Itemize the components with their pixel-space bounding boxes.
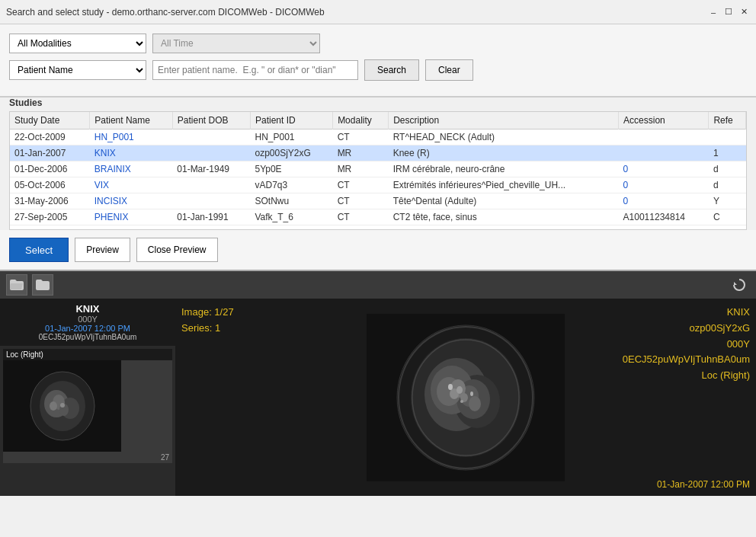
cell-modality: CT <box>333 129 389 145</box>
svg-point-26 <box>460 400 463 403</box>
overlay-br-date: 01-Jan-2007 12:00 PM <box>657 479 750 490</box>
patient-field-select[interactable]: Patient Name <box>9 60 146 80</box>
col-modality: Modality <box>333 112 389 129</box>
studies-section: Studies Study Date Patient Name Patient … <box>0 97 756 230</box>
svg-point-23 <box>456 386 463 394</box>
preview-overlay-tr: KNIX ozp00SjY2xG 000Y 0ECJ52puWpVIjTuhnB… <box>623 305 750 384</box>
svg-point-25 <box>470 392 473 396</box>
col-date: Study Date <box>10 112 90 129</box>
cell-patient-name: VIX <box>90 177 173 193</box>
preview-main: Image: 1/27 Series: 1 KNIX ozp00SjY2xG 0… <box>175 299 756 496</box>
modality-select[interactable]: All Modalities <box>9 34 146 53</box>
overlay-tr-id: ozp00SjY2xG <box>623 321 750 337</box>
minimize-button[interactable]: – <box>707 6 719 18</box>
col-patient-name: Patient Name <box>90 112 173 129</box>
preview-button[interactable]: Preview <box>75 238 130 262</box>
cell-date: 31-May-2006 <box>10 193 90 209</box>
cell-date: 01-Jan-2007 <box>10 145 90 161</box>
cell-description: Tête^Dental (Adulte) <box>389 193 619 209</box>
cell-date: 22-Oct-2009 <box>10 129 90 145</box>
overlay-tr-loc: Loc (Right) <box>623 368 750 384</box>
thumbnail-label: Loc (Right) <box>3 349 172 360</box>
table-row[interactable]: 05-Oct-2006 VIX vAD7q3 CT Extrémités inf… <box>10 177 746 193</box>
cell-modality: CT <box>333 193 389 209</box>
svg-point-20 <box>469 396 481 411</box>
cell-patient-name: KNIX <box>90 145 173 161</box>
close-button[interactable]: ✕ <box>738 6 750 18</box>
folder-button[interactable] <box>32 274 53 296</box>
table-body: 22-Oct-2009 HN_P001 HN_P001 CT RT^HEAD_N… <box>10 129 746 225</box>
patient-search-input[interactable] <box>152 60 358 80</box>
select-button[interactable]: Select <box>9 238 69 262</box>
cell-description: RT^HEAD_NECK (Adult) <box>389 129 619 145</box>
table-row[interactable]: 01-Jan-2007 KNIX ozp00SjY2xG MR Knee (R)… <box>10 145 746 161</box>
col-description: Description <box>389 112 619 129</box>
cell-date: 05-Oct-2006 <box>10 177 90 193</box>
overlay-tr-age: 000Y <box>623 337 750 353</box>
thumbnail-item[interactable]: Loc (Right) <box>3 349 172 463</box>
col-dob: Patient DOB <box>172 112 250 129</box>
cell-dob: 01-Jan-1991 <box>172 209 250 225</box>
preview-patient-date: 01-Jan-2007 12:00 PM <box>6 324 169 333</box>
close-preview-button[interactable]: Close Preview <box>136 238 218 262</box>
thumbnail-image <box>3 360 121 452</box>
search-button[interactable]: Search <box>364 59 419 81</box>
time-select[interactable]: All Time <box>152 34 320 53</box>
main-mri-image <box>367 314 565 481</box>
cell-dob <box>172 129 250 145</box>
preview-content: KNIX 000Y 01-Jan-2007 12:00 PM 0ECJ52puW… <box>0 299 756 496</box>
cell-patient-id: Vafk_T_6 <box>250 209 332 225</box>
cell-accession: 0 <box>619 161 709 177</box>
window-title: Search and select study - demo.orthanc-s… <box>6 7 325 18</box>
svg-point-8 <box>50 401 57 411</box>
table-row[interactable]: 31-May-2006 INCISIX SOtNwu CT Tête^Denta… <box>10 193 746 209</box>
cell-accession: A10011234814 <box>619 209 709 225</box>
preview-patient-uid: 0ECJ52puWpVIjTuhnBA0um <box>6 333 169 341</box>
table-row[interactable]: 01-Dec-2006 BRAINIX 01-Mar-1949 5Yp0E MR… <box>10 161 746 177</box>
cell-patient-name: BRAINIX <box>90 161 173 177</box>
cell-patient-name: HN_P001 <box>90 129 173 145</box>
cell-ref: 1 <box>709 145 746 161</box>
thumbnail-mri-svg <box>9 364 116 448</box>
preview-toolbar <box>0 271 756 299</box>
cell-description: Extrémités inférieures^Pied_cheville_UH.… <box>389 177 619 193</box>
cell-patient-name: INCISIX <box>90 193 173 209</box>
maximize-button[interactable]: ☐ <box>722 6 735 18</box>
folder-open-button[interactable] <box>6 274 27 296</box>
cell-ref: C <box>709 209 746 225</box>
cell-accession: 0 <box>619 177 709 193</box>
thumbnail-list[interactable]: Loc (Right) <box>0 346 175 496</box>
filter-row-1: All Modalities All Time <box>9 34 747 53</box>
overlay-tr-uid: 0ECJ52puWpVIjTuhnBA0um <box>623 352 750 368</box>
cell-modality: CT <box>333 209 389 225</box>
cell-patient-id: 5Yp0E <box>250 161 332 177</box>
col-accession: Accession <box>619 112 709 129</box>
svg-marker-0 <box>734 282 737 285</box>
preview-patient-name: KNIX <box>6 303 169 315</box>
cell-patient-id: HN_P001 <box>250 129 332 145</box>
cell-description: CT2 tête, face, sinus <box>389 209 619 225</box>
cell-modality: MR <box>333 161 389 177</box>
cell-date: 01-Dec-2006 <box>10 161 90 177</box>
patient-info: KNIX 000Y 01-Jan-2007 12:00 PM 0ECJ52puW… <box>0 299 175 346</box>
studies-table-container[interactable]: Study Date Patient Name Patient DOB Pati… <box>9 111 747 230</box>
preview-area: KNIX 000Y 01-Jan-2007 12:00 PM 0ECJ52puW… <box>0 271 756 496</box>
cell-ref: d <box>709 161 746 177</box>
folder-open-icon <box>10 280 24 290</box>
clear-button[interactable]: Clear <box>425 59 473 81</box>
table-header: Study Date Patient Name Patient DOB Pati… <box>10 112 746 129</box>
studies-table: Study Date Patient Name Patient DOB Pati… <box>10 112 746 225</box>
refresh-button[interactable] <box>729 274 750 296</box>
col-patient-id: Patient ID <box>250 112 332 129</box>
preview-left-panel: KNIX 000Y 01-Jan-2007 12:00 PM 0ECJ52puW… <box>0 299 175 496</box>
table-row[interactable]: 22-Oct-2009 HN_P001 HN_P001 CT RT^HEAD_N… <box>10 129 746 145</box>
action-bar: Select Preview Close Preview <box>0 230 756 271</box>
image-info: Image: 1/27 <box>181 305 234 321</box>
titlebar: Search and select study - demo.orthanc-s… <box>0 0 756 24</box>
cell-patient-id: SOtNwu <box>250 193 332 209</box>
cell-dob <box>172 193 250 209</box>
cell-accession: 0 <box>619 193 709 209</box>
table-row[interactable]: 27-Sep-2005 PHENIX 01-Jan-1991 Vafk_T_6 … <box>10 209 746 225</box>
cell-description: Knee (R) <box>389 145 619 161</box>
cell-accession <box>619 145 709 161</box>
